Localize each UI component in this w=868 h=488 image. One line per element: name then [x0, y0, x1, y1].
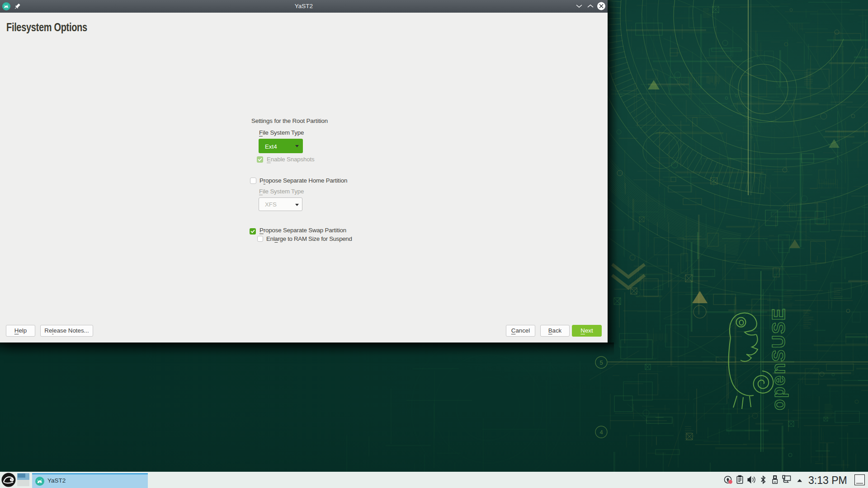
svg-text:4: 4	[599, 429, 603, 436]
svg-text:5: 5	[599, 359, 603, 366]
svg-text:openSUSE: openSUSE	[769, 307, 788, 410]
